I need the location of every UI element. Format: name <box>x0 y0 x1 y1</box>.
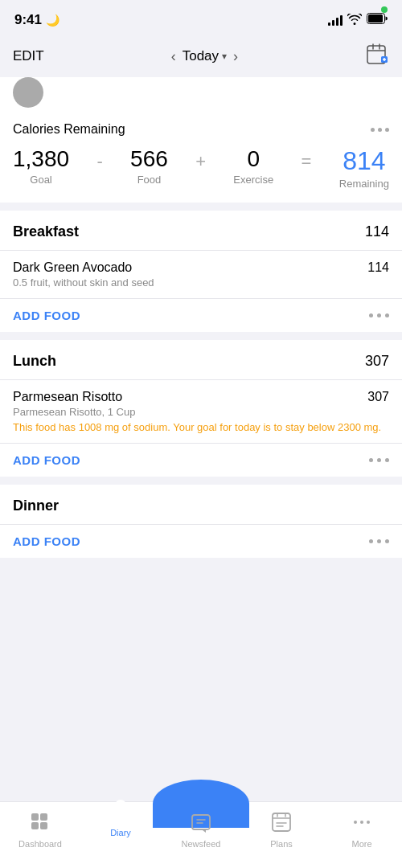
tab-more[interactable]: More <box>322 812 402 849</box>
lunch-calories: 307 <box>365 353 389 370</box>
food-item: 566 Food <box>130 146 168 186</box>
lunch-title: Lunch <box>13 353 56 370</box>
tab-bar-wrapper: Dashboard Diary <box>0 801 402 868</box>
divider-2 <box>0 332 402 340</box>
divider-3 <box>0 477 402 485</box>
exercise-item: 0 Exercise <box>233 146 273 186</box>
tab-dashboard[interactable]: Dashboard <box>0 812 80 849</box>
calories-header: Calories Remaining <box>13 122 389 137</box>
breakfast-title: Breakfast <box>13 223 79 240</box>
next-day-button[interactable]: › <box>233 48 238 65</box>
status-time: 9:41 🌙 <box>14 12 59 28</box>
time-text: 9:41 <box>14 12 42 28</box>
food-label: Food <box>137 174 162 186</box>
avatar[interactable] <box>13 77 43 108</box>
prev-day-button[interactable]: ‹ <box>171 48 176 65</box>
lunch-more-button[interactable] <box>369 458 389 462</box>
moon-icon: 🌙 <box>46 14 59 27</box>
lunch-add-food-row: ADD FOOD <box>0 444 402 477</box>
nav-bar: EDIT ‹ Today ▾ › <box>0 35 402 77</box>
exercise-value: 0 <box>248 146 260 172</box>
breakfast-add-food-row: ADD FOOD <box>0 299 402 332</box>
breakfast-add-food-button[interactable]: ADD FOOD <box>13 309 80 322</box>
lunch-food-name-row: Parmesean Risotto 307 <box>13 390 389 404</box>
diary-label: Diary <box>110 828 131 837</box>
lunch-food-item[interactable]: Parmesean Risotto 307 Parmesean Risotto,… <box>0 380 402 444</box>
svg-rect-1 <box>368 14 383 23</box>
remaining-label: Remaining <box>339 178 389 190</box>
avatar-row <box>0 77 402 114</box>
minus-operator: - <box>96 146 102 172</box>
calories-card: Calories Remaining 1,380 Goal - 566 Food… <box>0 114 402 203</box>
nav-center: ‹ Today ▾ › <box>171 48 238 65</box>
plans-icon <box>271 812 292 836</box>
goal-item: 1,380 Goal <box>13 146 69 186</box>
more-icon <box>351 812 372 836</box>
lunch-food-warning: This food has 1008 mg of sodium. Your go… <box>13 421 389 433</box>
wifi-icon <box>347 14 362 27</box>
dashboard-label: Dashboard <box>18 839 62 849</box>
food-name-row: Dark Green Avocado 114 <box>13 260 389 275</box>
lunch-food-desc: Parmesean Risotto, 1 Cup <box>13 406 389 418</box>
breakfast-more-button[interactable] <box>369 313 389 317</box>
more-label: More <box>351 839 371 849</box>
lunch-food-name-text: Parmesean Risotto <box>13 390 122 404</box>
signal-icon <box>328 14 343 26</box>
breakfast-food-item[interactable]: Dark Green Avocado 114 0.5 fruit, withou… <box>0 251 402 299</box>
lunch-food-cals: 307 <box>367 390 389 404</box>
dinner-add-food-button[interactable]: ADD FOOD <box>13 534 80 548</box>
tab-diary[interactable]: Diary <box>80 797 161 837</box>
goal-value: 1,380 <box>13 146 69 172</box>
dashboard-icon <box>30 812 51 836</box>
divider-1 <box>0 203 402 211</box>
today-label[interactable]: Today ▾ <box>183 48 227 64</box>
remaining-item: 814 Remaining <box>339 146 389 190</box>
green-dot <box>381 6 388 13</box>
main-content: Calories Remaining 1,380 Goal - 566 Food… <box>0 77 402 630</box>
svg-rect-11 <box>31 822 39 829</box>
food-value: 566 <box>130 146 168 172</box>
lunch-add-food-button[interactable]: ADD FOOD <box>13 453 80 467</box>
equals-operator: = <box>302 146 312 172</box>
svg-point-13 <box>115 800 126 811</box>
remaining-value: 814 <box>343 146 385 176</box>
exercise-label: Exercise <box>233 174 273 186</box>
tab-newsfeed[interactable]: Newsfeed <box>161 812 241 849</box>
dinner-section: Dinner ADD FOOD <box>0 485 402 558</box>
plus-operator: + <box>195 146 206 172</box>
breakfast-section: Breakfast 114 Dark Green Avocado 114 0.5… <box>0 211 402 332</box>
newsfeed-icon <box>191 812 211 836</box>
more-options-button[interactable] <box>371 128 389 132</box>
svg-rect-14 <box>192 815 210 829</box>
status-icons <box>328 13 388 27</box>
tab-items: Dashboard Diary <box>0 802 402 868</box>
dinner-title: Dinner <box>13 497 59 514</box>
dinner-add-food-row: ADD FOOD <box>0 525 402 558</box>
calendar-icon[interactable] <box>365 42 389 71</box>
svg-point-21 <box>354 821 357 824</box>
dropdown-icon: ▾ <box>222 51 227 62</box>
dinner-more-button[interactable] <box>369 539 389 543</box>
goal-label: Goal <box>30 174 51 186</box>
today-text: Today <box>183 48 219 64</box>
breakfast-calories: 114 <box>365 223 389 240</box>
calories-title: Calories Remaining <box>13 122 125 137</box>
svg-rect-9 <box>31 813 39 821</box>
svg-rect-10 <box>40 813 47 821</box>
diary-icon <box>109 797 133 825</box>
breakfast-header: Breakfast 114 <box>0 211 402 251</box>
svg-rect-15 <box>273 813 290 831</box>
food-desc: 0.5 fruit, without skin and seed <box>13 276 389 289</box>
svg-point-22 <box>360 821 363 824</box>
lunch-section: Lunch 307 Parmesean Risotto 307 Parmesea… <box>0 340 402 477</box>
battery-icon <box>367 13 388 27</box>
calories-row: 1,380 Goal - 566 Food + 0 Exercise = 814… <box>13 146 389 190</box>
svg-point-23 <box>367 821 370 824</box>
food-name-text: Dark Green Avocado <box>13 260 132 275</box>
edit-button[interactable]: EDIT <box>13 48 44 64</box>
tab-plans[interactable]: Plans <box>241 812 322 849</box>
svg-rect-12 <box>40 822 47 829</box>
lunch-header: Lunch 307 <box>0 340 402 380</box>
food-cals: 114 <box>367 260 389 275</box>
tab-bar: Dashboard Diary <box>0 801 402 868</box>
